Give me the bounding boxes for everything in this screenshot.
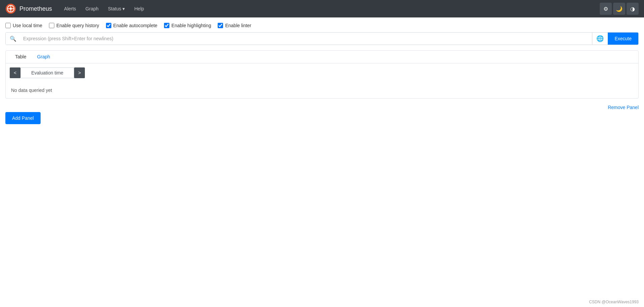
dark-mode-button[interactable]: 🌙 <box>613 3 625 15</box>
enable-linter-checkbox[interactable] <box>218 23 223 28</box>
expression-input[interactable] <box>20 33 592 45</box>
enable-highlighting-checkbox[interactable] <box>164 23 169 28</box>
enable-highlighting-option[interactable]: Enable highlighting <box>164 23 211 28</box>
nav-item-alerts[interactable]: Alerts <box>60 3 80 14</box>
navbar-title: Prometheus <box>19 5 52 12</box>
enable-query-history-label: Enable query history <box>56 23 99 28</box>
eval-prev-button[interactable]: < <box>10 67 20 78</box>
enable-query-history-checkbox[interactable] <box>49 23 54 28</box>
query-panel: Table Graph < Evaluation time > No data … <box>5 50 639 99</box>
navbar-right: ⚙ 🌙 ◑ <box>600 3 639 15</box>
enable-linter-option[interactable]: Enable linter <box>218 23 251 28</box>
search-icon-button[interactable]: 🔍 <box>6 33 20 45</box>
navbar-nav: Alerts Graph Status ▾ Help <box>60 3 600 14</box>
eval-time-label: Evaluation time <box>20 67 74 78</box>
footer-text: CSDN @OceanWaves1993 <box>589 300 639 304</box>
add-panel-button[interactable]: Add Panel <box>5 112 41 124</box>
prometheus-logo <box>5 3 16 14</box>
search-icon: 🔍 <box>10 36 16 42</box>
panel-tabs: Table Graph <box>6 51 638 63</box>
nav-item-status[interactable]: Status ▾ <box>104 3 129 14</box>
nav-item-help[interactable]: Help <box>130 3 148 14</box>
metric-explorer-button[interactable]: 🌐 <box>592 33 608 45</box>
search-row: 🔍 🌐 Execute <box>5 32 639 45</box>
globe-icon: 🌐 <box>596 35 604 42</box>
eval-time-row: < Evaluation time > <box>6 63 638 82</box>
eval-next-button[interactable]: > <box>74 67 85 78</box>
use-local-time-label: Use local time <box>13 23 42 28</box>
status-dropdown-caret: ▾ <box>122 6 125 11</box>
remove-panel-link[interactable]: Remove Panel <box>608 105 639 110</box>
enable-autocomplete-checkbox[interactable] <box>106 23 111 28</box>
tab-table[interactable]: Table <box>10 51 32 63</box>
tab-graph[interactable]: Graph <box>32 51 55 63</box>
execute-button[interactable]: Execute <box>608 33 638 45</box>
enable-autocomplete-label: Enable autocomplete <box>113 23 158 28</box>
main-content: Use local time Enable query history Enab… <box>0 17 644 307</box>
footer: CSDN @OceanWaves1993 <box>589 300 639 304</box>
nav-item-graph[interactable]: Graph <box>82 3 103 14</box>
navbar: Prometheus Alerts Graph Status ▾ Help ⚙ … <box>0 0 644 17</box>
enable-query-history-option[interactable]: Enable query history <box>49 23 99 28</box>
enable-linter-label: Enable linter <box>225 23 251 28</box>
svg-point-2 <box>10 8 12 10</box>
use-local-time-option[interactable]: Use local time <box>5 23 42 28</box>
contrast-button[interactable]: ◑ <box>627 3 639 15</box>
use-local-time-checkbox[interactable] <box>5 23 11 28</box>
enable-highlighting-label: Enable highlighting <box>171 23 211 28</box>
options-row: Use local time Enable query history Enab… <box>5 23 639 28</box>
enable-autocomplete-option[interactable]: Enable autocomplete <box>106 23 158 28</box>
remove-panel-row: Remove Panel <box>5 103 639 112</box>
settings-button[interactable]: ⚙ <box>600 3 612 15</box>
no-data-message: No data queried yet <box>6 82 638 98</box>
navbar-brand: Prometheus <box>5 3 52 14</box>
